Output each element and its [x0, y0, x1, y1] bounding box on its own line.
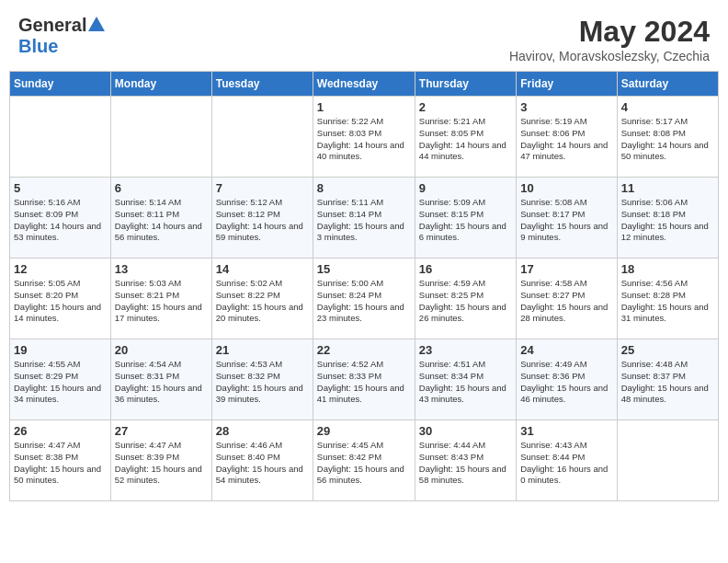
calendar-day-cell	[211, 97, 313, 178]
day-number: 12	[14, 262, 107, 276]
day-number: 2	[419, 100, 512, 114]
day-number: 4	[621, 100, 714, 114]
calendar-day-cell: 3Sunrise: 5:19 AM Sunset: 8:06 PM Daylig…	[517, 97, 617, 178]
month-year: May 2024	[509, 15, 710, 49]
calendar-header-row: SundayMondayTuesdayWednesdayThursdayFrid…	[10, 72, 719, 97]
day-info: Sunrise: 4:44 AM Sunset: 8:43 PM Dayligh…	[419, 440, 512, 487]
svg-marker-0	[88, 17, 105, 31]
calendar-day-cell: 19Sunrise: 4:55 AM Sunset: 8:29 PM Dayli…	[10, 339, 111, 420]
day-of-week-header: Tuesday	[211, 72, 313, 97]
calendar-day-cell: 22Sunrise: 4:52 AM Sunset: 8:33 PM Dayli…	[313, 339, 415, 420]
calendar-day-cell: 10Sunrise: 5:08 AM Sunset: 8:17 PM Dayli…	[517, 178, 617, 259]
day-of-week-header: Sunday	[10, 72, 111, 97]
day-number: 8	[317, 181, 411, 195]
calendar-day-cell: 29Sunrise: 4:45 AM Sunset: 8:42 PM Dayli…	[313, 420, 415, 501]
day-info: Sunrise: 5:11 AM Sunset: 8:14 PM Dayligh…	[317, 197, 411, 244]
day-info: Sunrise: 4:51 AM Sunset: 8:34 PM Dayligh…	[419, 359, 512, 406]
calendar-week-row: 1Sunrise: 5:22 AM Sunset: 8:03 PM Daylig…	[10, 97, 719, 178]
calendar-day-cell: 8Sunrise: 5:11 AM Sunset: 8:14 PM Daylig…	[313, 178, 415, 259]
logo-general: General	[18, 15, 86, 36]
day-info: Sunrise: 4:46 AM Sunset: 8:40 PM Dayligh…	[216, 440, 309, 487]
day-info: Sunrise: 5:16 AM Sunset: 8:09 PM Dayligh…	[14, 197, 107, 244]
day-info: Sunrise: 5:22 AM Sunset: 8:03 PM Dayligh…	[317, 116, 411, 163]
day-info: Sunrise: 4:55 AM Sunset: 8:29 PM Dayligh…	[14, 359, 107, 406]
calendar-day-cell: 12Sunrise: 5:05 AM Sunset: 8:20 PM Dayli…	[10, 259, 111, 339]
day-info: Sunrise: 5:19 AM Sunset: 8:06 PM Dayligh…	[520, 116, 612, 163]
day-of-week-header: Friday	[517, 72, 617, 97]
day-info: Sunrise: 5:09 AM Sunset: 8:15 PM Dayligh…	[419, 197, 512, 244]
calendar-day-cell: 23Sunrise: 4:51 AM Sunset: 8:34 PM Dayli…	[415, 339, 516, 420]
day-number: 1	[317, 100, 411, 114]
logo-blue: Blue	[18, 36, 58, 56]
day-info: Sunrise: 4:54 AM Sunset: 8:31 PM Dayligh…	[115, 359, 208, 406]
day-info: Sunrise: 4:56 AM Sunset: 8:28 PM Dayligh…	[621, 278, 714, 325]
day-info: Sunrise: 4:52 AM Sunset: 8:33 PM Dayligh…	[317, 359, 411, 406]
calendar-week-row: 12Sunrise: 5:05 AM Sunset: 8:20 PM Dayli…	[10, 259, 719, 339]
day-number: 14	[216, 262, 309, 276]
day-number: 3	[520, 100, 612, 114]
day-number: 21	[216, 343, 309, 357]
calendar-day-cell: 25Sunrise: 4:48 AM Sunset: 8:37 PM Dayli…	[617, 339, 718, 420]
calendar-week-row: 19Sunrise: 4:55 AM Sunset: 8:29 PM Dayli…	[10, 339, 719, 420]
day-info: Sunrise: 4:49 AM Sunset: 8:36 PM Dayligh…	[520, 359, 612, 406]
calendar-day-cell: 17Sunrise: 4:58 AM Sunset: 8:27 PM Dayli…	[517, 259, 617, 339]
calendar-day-cell	[617, 420, 718, 501]
calendar-day-cell: 31Sunrise: 4:43 AM Sunset: 8:44 PM Dayli…	[517, 420, 617, 501]
day-info: Sunrise: 5:08 AM Sunset: 8:17 PM Dayligh…	[520, 197, 612, 244]
calendar-wrapper: SundayMondayTuesdayWednesdayThursdayFrid…	[0, 71, 728, 511]
calendar-week-row: 26Sunrise: 4:47 AM Sunset: 8:38 PM Dayli…	[10, 420, 719, 501]
day-of-week-header: Monday	[110, 72, 211, 97]
calendar-day-cell: 1Sunrise: 5:22 AM Sunset: 8:03 PM Daylig…	[313, 97, 415, 178]
day-info: Sunrise: 5:21 AM Sunset: 8:05 PM Dayligh…	[419, 116, 512, 163]
title-block: May 2024 Havirov, Moravskoslezsky, Czech…	[509, 15, 710, 63]
day-info: Sunrise: 4:47 AM Sunset: 8:38 PM Dayligh…	[14, 440, 107, 487]
calendar-day-cell: 30Sunrise: 4:44 AM Sunset: 8:43 PM Dayli…	[415, 420, 516, 501]
calendar-day-cell	[110, 97, 211, 178]
day-info: Sunrise: 4:47 AM Sunset: 8:39 PM Dayligh…	[115, 440, 208, 487]
calendar-day-cell: 4Sunrise: 5:17 AM Sunset: 8:08 PM Daylig…	[617, 97, 718, 178]
day-info: Sunrise: 5:12 AM Sunset: 8:12 PM Dayligh…	[216, 197, 309, 244]
day-number: 15	[317, 262, 411, 276]
day-info: Sunrise: 5:06 AM Sunset: 8:18 PM Dayligh…	[621, 197, 714, 244]
day-number: 24	[520, 343, 612, 357]
day-number: 19	[14, 343, 107, 357]
day-of-week-header: Thursday	[415, 72, 516, 97]
day-number: 28	[216, 424, 309, 438]
day-info: Sunrise: 4:43 AM Sunset: 8:44 PM Dayligh…	[520, 440, 612, 487]
logo-triangle-icon	[88, 17, 105, 35]
calendar-day-cell	[10, 97, 111, 178]
day-number: 30	[419, 424, 512, 438]
day-info: Sunrise: 4:59 AM Sunset: 8:25 PM Dayligh…	[419, 278, 512, 325]
day-number: 16	[419, 262, 512, 276]
calendar-day-cell: 5Sunrise: 5:16 AM Sunset: 8:09 PM Daylig…	[10, 178, 111, 259]
day-number: 26	[14, 424, 107, 438]
day-info: Sunrise: 5:02 AM Sunset: 8:22 PM Dayligh…	[216, 278, 309, 325]
calendar-day-cell: 11Sunrise: 5:06 AM Sunset: 8:18 PM Dayli…	[617, 178, 718, 259]
day-number: 27	[115, 424, 208, 438]
calendar-week-row: 5Sunrise: 5:16 AM Sunset: 8:09 PM Daylig…	[10, 178, 719, 259]
location: Havirov, Moravskoslezsky, Czechia	[509, 49, 710, 63]
calendar-day-cell: 15Sunrise: 5:00 AM Sunset: 8:24 PM Dayli…	[313, 259, 415, 339]
day-info: Sunrise: 5:14 AM Sunset: 8:11 PM Dayligh…	[115, 197, 208, 244]
day-number: 18	[621, 262, 714, 276]
day-info: Sunrise: 4:58 AM Sunset: 8:27 PM Dayligh…	[520, 278, 612, 325]
day-number: 10	[520, 181, 612, 195]
day-info: Sunrise: 5:00 AM Sunset: 8:24 PM Dayligh…	[317, 278, 411, 325]
logo: General Blue	[18, 15, 105, 57]
day-info: Sunrise: 5:17 AM Sunset: 8:08 PM Dayligh…	[621, 116, 714, 163]
day-info: Sunrise: 5:03 AM Sunset: 8:21 PM Dayligh…	[115, 278, 208, 325]
day-number: 20	[115, 343, 208, 357]
day-number: 31	[520, 424, 612, 438]
day-of-week-header: Wednesday	[313, 72, 415, 97]
day-number: 22	[317, 343, 411, 357]
calendar-day-cell: 2Sunrise: 5:21 AM Sunset: 8:05 PM Daylig…	[415, 97, 516, 178]
day-number: 23	[419, 343, 512, 357]
calendar-day-cell: 7Sunrise: 5:12 AM Sunset: 8:12 PM Daylig…	[211, 178, 313, 259]
calendar-day-cell: 28Sunrise: 4:46 AM Sunset: 8:40 PM Dayli…	[211, 420, 313, 501]
day-number: 17	[520, 262, 612, 276]
day-number: 13	[115, 262, 208, 276]
calendar-day-cell: 20Sunrise: 4:54 AM Sunset: 8:31 PM Dayli…	[110, 339, 211, 420]
day-info: Sunrise: 5:05 AM Sunset: 8:20 PM Dayligh…	[14, 278, 107, 325]
day-info: Sunrise: 4:45 AM Sunset: 8:42 PM Dayligh…	[317, 440, 411, 487]
calendar-day-cell: 27Sunrise: 4:47 AM Sunset: 8:39 PM Dayli…	[110, 420, 211, 501]
